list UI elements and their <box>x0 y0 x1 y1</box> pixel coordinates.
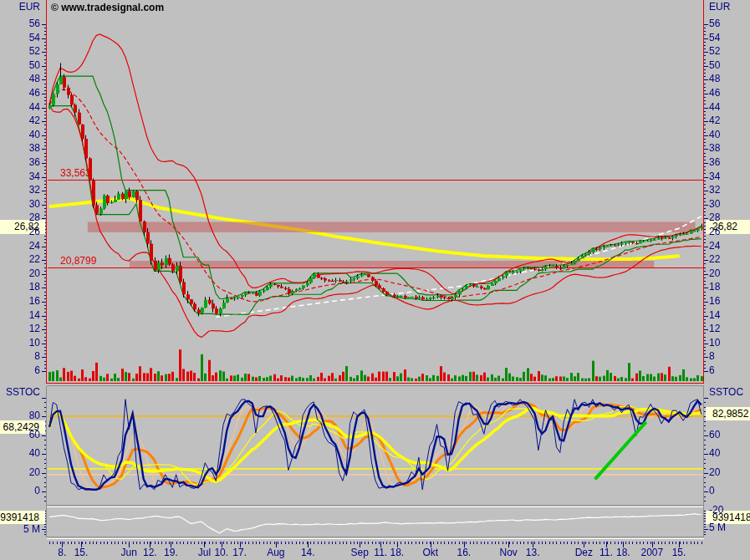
y-tick-label: 10 <box>0 338 40 349</box>
sstoc-tick-label: -20 <box>709 505 723 516</box>
sstoc-tick-label: 0 <box>0 486 40 496</box>
y-tick-label: 32 <box>709 185 720 196</box>
y-tick-label: 16 <box>709 296 720 307</box>
y-tick-label: 8 <box>0 351 40 362</box>
x-axis-label: 15. <box>672 547 686 558</box>
y-tick-label: 38 <box>0 143 40 154</box>
y-tick-label: 26 <box>709 227 720 237</box>
sstoc-tick-label: 0 <box>709 486 715 496</box>
y-tick-label: 22 <box>709 254 720 265</box>
tradesignal-chart-window: EUR EUR © www.tradesignal.com 33,563 20,… <box>0 0 750 560</box>
x-axis-label: Sep <box>350 547 368 558</box>
sstoc-panel-label-left: SSTOC <box>0 387 40 398</box>
y-tick-label: 20 <box>0 268 40 279</box>
y-tick-label: 24 <box>0 241 40 252</box>
volume-unit-label-left: 5 M <box>0 524 40 535</box>
y-tick-label: 56 <box>709 18 720 29</box>
y-tick-label: 34 <box>709 171 720 182</box>
x-axis-label: Nov <box>499 547 517 558</box>
y-tick-label: 50 <box>709 60 720 71</box>
sstoc-tick-label: 40 <box>709 448 720 459</box>
y-tick-label: 50 <box>0 60 40 71</box>
y-tick-label: 28 <box>0 212 40 223</box>
main-chart-area[interactable] <box>48 0 703 383</box>
x-axis-label: 18. <box>616 547 630 558</box>
y-tick-label: 34 <box>0 171 40 182</box>
y-tick-label: 36 <box>0 157 40 168</box>
x-axis-label: 16. <box>457 547 471 558</box>
sstoc-tick-label: 60 <box>709 430 720 440</box>
x-axis-label: 12. <box>143 547 157 558</box>
x-axis-label: 13. <box>526 547 540 558</box>
y-tick-label: 18 <box>709 282 720 293</box>
y-tick-label: 22 <box>0 254 40 265</box>
y-tick-label: 42 <box>709 115 720 126</box>
y-tick-label: 24 <box>709 241 720 252</box>
x-axis-label: Aug <box>267 547 284 558</box>
x-axis-label: Jul <box>198 547 211 558</box>
y-tick-label: 12 <box>0 323 40 334</box>
volume-chart-area[interactable] <box>48 507 703 539</box>
y-tick-label: 44 <box>0 102 40 113</box>
volume-value-marker-left: 9391418 <box>0 511 45 524</box>
sstoc-value-marker-right: 82,9852 <box>706 407 750 420</box>
y-tick-label: 14 <box>709 310 720 321</box>
sstoc-tick-label: 20 <box>709 467 720 478</box>
y-tick-label: 46 <box>709 88 720 99</box>
x-axis-label: 2007 <box>640 547 663 558</box>
sstoc-chart-area[interactable] <box>48 386 703 506</box>
y-tick-label: 8 <box>709 351 715 362</box>
y-tick-label: 38 <box>709 143 720 154</box>
x-axis-label: Jun <box>121 547 137 558</box>
y-tick-label: 40 <box>709 130 720 140</box>
x-axis-label: 14. <box>301 547 315 558</box>
y-tick-label: 36 <box>709 157 720 168</box>
x-axis-label: 17. <box>232 547 247 558</box>
y-tick-label: 16 <box>0 296 40 307</box>
y-tick-label: 6 <box>0 365 40 376</box>
y-tick-label: 28 <box>709 212 720 223</box>
y-tick-label: 44 <box>709 102 720 113</box>
y-tick-label: 46 <box>0 88 40 99</box>
y-tick-label: 30 <box>709 199 720 210</box>
y-tick-label: 52 <box>0 46 40 57</box>
sstoc-panel-label-right: SSTOC <box>709 387 743 398</box>
price-line-label-upper: 33,563 <box>60 168 91 179</box>
y-tick-label: 54 <box>709 33 720 43</box>
eur-axis-label-left: EUR <box>0 2 40 13</box>
x-axis-label: 8. <box>58 547 66 558</box>
x-axis-label: Dez <box>575 547 593 558</box>
sstoc-tick-label: 40 <box>0 448 40 459</box>
y-tick-label: 54 <box>0 33 40 43</box>
y-tick-label: 48 <box>709 74 720 84</box>
watermark: © www.tradesignal.com <box>51 2 164 13</box>
eur-axis-label-right: EUR <box>709 2 730 13</box>
x-axis-label: 18. <box>390 547 405 558</box>
x-axis-label: 11. <box>374 547 387 558</box>
x-axis-label: 19. <box>164 547 178 558</box>
price-line-label-lower: 20,8799 <box>60 256 96 267</box>
y-tick-label: 56 <box>0 18 40 29</box>
x-axis-label: 11. <box>599 547 613 558</box>
y-tick-label: 40 <box>0 130 40 140</box>
y-tick-label: 30 <box>0 199 40 210</box>
y-tick-label: 42 <box>0 115 40 126</box>
y-tick-label: 6 <box>709 365 715 376</box>
sstoc-tick-label: 20 <box>0 467 40 478</box>
y-tick-label: 52 <box>709 46 720 57</box>
y-tick-label: 48 <box>0 74 40 84</box>
x-axis-label: 15. <box>74 547 89 558</box>
x-axis-label: 10. <box>214 547 228 558</box>
sstoc-tick-label: 60 <box>0 430 40 440</box>
y-tick-label: 14 <box>0 310 40 321</box>
x-axis-label: Okt <box>423 547 439 558</box>
y-tick-label: 32 <box>0 185 40 196</box>
y-tick-label: 12 <box>709 323 720 334</box>
y-tick-label: 26 <box>0 227 40 237</box>
y-tick-label: 18 <box>0 282 40 293</box>
sstoc-tick-label: 80 <box>0 410 40 421</box>
volume-unit-label-right: 5 M <box>709 522 726 533</box>
y-tick-label: 10 <box>709 338 720 349</box>
y-tick-label: 20 <box>709 268 720 279</box>
